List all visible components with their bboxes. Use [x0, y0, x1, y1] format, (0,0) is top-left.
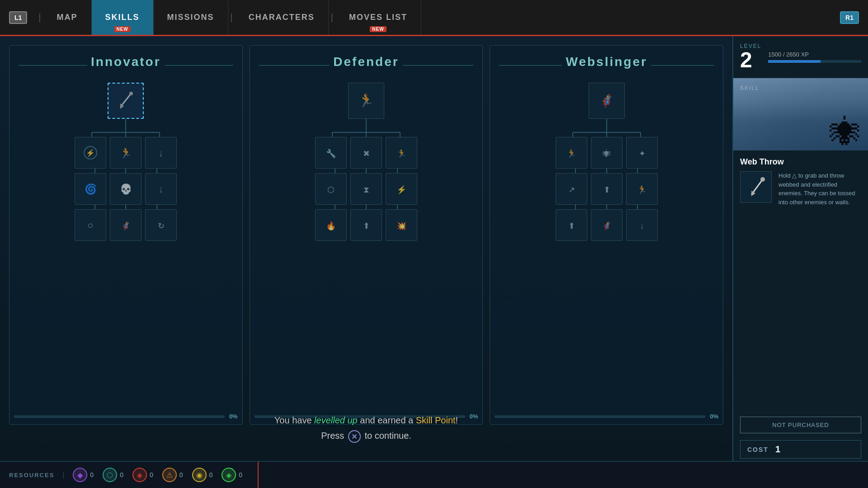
innovator-skill-2-3[interactable]: ↓	[145, 173, 177, 205]
innovator-inner: ⚡ 🏃 ↓	[19, 83, 233, 241]
skill-detail-icon	[740, 171, 772, 203]
svg-text:🦸: 🦸	[599, 94, 614, 108]
nav-moves-list[interactable]: MOVES LIST NEW	[335, 0, 421, 35]
innovator-tree: Innovator	[9, 45, 243, 425]
defender-top-skill[interactable]: 🏃	[348, 83, 384, 119]
resource-count-yellow: 0	[209, 471, 213, 479]
defender-title: Defender	[333, 55, 399, 69]
resource-count-green: 0	[239, 471, 242, 479]
resource-icon-yellow: ◉	[192, 468, 207, 482]
innovator-skill-2-1[interactable]: 🌀	[75, 173, 106, 205]
r1-button[interactable]: R1	[831, 0, 868, 35]
defender-skill-2-3[interactable]: ⚡	[386, 173, 417, 205]
resource-icon-orange: ⚠	[162, 468, 177, 482]
spiderman-figure: 🕷	[830, 114, 861, 150]
webslinger-row2: ↗ ⬆ 🏃	[556, 173, 658, 205]
svg-text:↓: ↓	[640, 221, 644, 230]
svg-text:🕷: 🕷	[603, 149, 611, 158]
innovator-title: Innovator	[91, 55, 161, 69]
webslinger-inner: 🦸	[499, 83, 714, 241]
webslinger-skill-1-1[interactable]: 🏃	[556, 137, 587, 169]
innovator-skill-1-1[interactable]: ⚡	[75, 137, 106, 169]
resource-red: ◈ 0	[132, 468, 153, 482]
svg-text:⬆: ⬆	[603, 185, 610, 194]
webslinger-skill-3-1[interactable]: ⬆	[556, 209, 587, 241]
svg-text:🦸: 🦸	[121, 221, 131, 231]
defender-skill-1-3[interactable]: 🏃	[386, 137, 417, 169]
svg-text:↻: ↻	[158, 221, 165, 230]
defender-skill-3-2[interactable]: ⬆	[350, 209, 382, 241]
webslinger-skill-1-3[interactable]: ✦	[626, 137, 658, 169]
webslinger-skill-3-2[interactable]: 🦸	[591, 209, 623, 241]
not-purchased-button[interactable]: NOT PURCHASED	[740, 417, 861, 433]
svg-text:💥: 💥	[396, 221, 407, 231]
svg-point-1	[129, 92, 133, 95]
right-panel: LEVEL 2 1500 / 2650 XP 🕷 SKILL Web Throw	[732, 36, 868, 488]
defender-skill-3-1[interactable]: 🔥	[315, 209, 347, 241]
innovator-progress: 0%	[229, 413, 238, 420]
webslinger-skill-2-2[interactable]: ⬆	[591, 173, 623, 205]
innovator-skill-2-2[interactable]: 💀	[110, 173, 142, 205]
webslinger-title: Webslinger	[566, 55, 647, 69]
innovator-skill-3-3[interactable]: ↻	[145, 209, 177, 241]
top-navigation: L1 | MAP SKILLS NEW MISSIONS | CHARACTER…	[0, 0, 868, 36]
resource-count-teal: 0	[120, 471, 123, 479]
skill-detail-title: Web Throw	[740, 157, 861, 167]
nav-skills[interactable]: SKILLS NEW	[92, 0, 154, 35]
resource-icon-purple: ◆	[73, 468, 87, 482]
svg-text:💀: 💀	[120, 183, 132, 195]
cost-value: 1	[775, 444, 780, 455]
skill-preview-image: 🕷 SKILL	[733, 78, 868, 150]
l1-button[interactable]: L1	[0, 0, 36, 35]
resource-yellow: ◉ 0	[192, 468, 213, 482]
resource-count-orange: 0	[179, 471, 183, 479]
innovator-skill-3-1[interactable]: ○	[75, 209, 106, 241]
preview-label: SKILL	[740, 85, 760, 91]
webslinger-skill-2-1[interactable]: ↗	[556, 173, 587, 205]
nav-map[interactable]: MAP	[43, 0, 92, 35]
xp-display: 1500 / 2650 XP	[768, 51, 861, 58]
defender-skill-1-2[interactable]: ✖	[350, 137, 382, 169]
defender-skill-1-1[interactable]: 🔧	[315, 137, 347, 169]
xp-section: 1500 / 2650 XP	[768, 51, 861, 63]
innovator-skill-3-2[interactable]: 🦸	[110, 209, 142, 241]
webslinger-top-skill[interactable]: 🦸	[589, 83, 625, 119]
svg-text:⚡: ⚡	[86, 149, 95, 157]
webslinger-tree: Webslinger 🦸	[490, 45, 723, 425]
cost-label: COST	[747, 446, 769, 453]
svg-text:✖: ✖	[363, 149, 370, 158]
webslinger-skill-1-2[interactable]: 🕷	[591, 137, 623, 169]
svg-text:↗: ↗	[568, 185, 575, 194]
svg-text:⬆: ⬆	[363, 221, 370, 230]
svg-text:🏃: 🏃	[120, 147, 132, 159]
main-content: Innovator	[0, 36, 732, 488]
defender-row1: 🔧 ✖ 🏃	[315, 137, 417, 169]
defender-skill-2-1[interactable]: ⬡	[315, 173, 347, 205]
innovator-row3: ○ 🦸 ↻	[75, 209, 177, 241]
nav-separator-2: |	[228, 0, 235, 35]
innovator-skill-1-2[interactable]: 🏃	[110, 137, 142, 169]
resource-orange: ⚠ 0	[162, 468, 183, 482]
svg-text:⬆: ⬆	[568, 221, 575, 230]
skill-detail-section: Web Throw Hold △ to grab and throw webbe…	[733, 150, 868, 410]
resource-icon-red: ◈	[132, 468, 147, 482]
defender-skill-2-2[interactable]: ⧗	[350, 173, 382, 205]
svg-text:⬡: ⬡	[327, 185, 335, 194]
defender-skill-3-3[interactable]: 💥	[386, 209, 417, 241]
nav-characters[interactable]: CHARACTERS	[235, 0, 329, 35]
defender-row2: ⬡ ⧗ ⚡	[315, 173, 417, 205]
resources-label: RESOURCES	[9, 472, 64, 479]
resource-teal: ⬡ 0	[103, 468, 123, 482]
innovator-skill-1-3[interactable]: ↓	[145, 137, 177, 169]
svg-text:⚡: ⚡	[396, 185, 407, 195]
nav-missions[interactable]: MISSIONS	[154, 0, 228, 35]
innovator-top-skill[interactable]	[108, 83, 144, 119]
nav-separator-3: |	[329, 0, 335, 35]
svg-text:↓: ↓	[159, 147, 164, 159]
svg-point-49	[760, 177, 765, 182]
svg-text:✦: ✦	[638, 149, 645, 158]
webslinger-skill-2-3[interactable]: 🏃	[626, 173, 658, 205]
svg-text:🔥: 🔥	[326, 221, 336, 231]
webslinger-skill-3-3[interactable]: ↓	[626, 209, 658, 241]
svg-text:🏃: 🏃	[637, 185, 647, 195]
